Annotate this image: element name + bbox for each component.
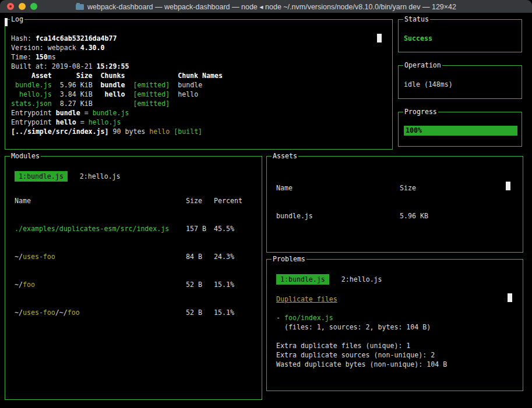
module-percent: 15.1% (214, 308, 252, 317)
modules-table-row: ~/uses-foo/~/foo 52 B 15.1% (15, 308, 252, 317)
problems-scrollbar-thumb[interactable] (508, 293, 512, 302)
zoom-button[interactable] (30, 3, 37, 10)
traffic-lights (7, 0, 37, 13)
problems-panel: Problems 1:bundle.js 2:hello.js Duplicat… (266, 259, 523, 391)
status-panel: Status Success (398, 19, 522, 52)
problems-details: - foo/index.js (files: 1, sources: 2, by… (276, 313, 513, 369)
module-percent: 45.5% (214, 224, 252, 233)
modules-header-size: Size (186, 196, 214, 205)
problems-tabs: 1:bundle.js 2:hello.js (276, 274, 513, 285)
module-name: ~/foo (15, 280, 186, 289)
progress-panel: Progress 100% (398, 112, 522, 147)
assets-header-size: Size (400, 183, 513, 193)
modules-panel: Modules 1:bundle.js 2:hello.js Name Size… (5, 156, 262, 400)
operation-value: idle (148ms) (404, 80, 522, 89)
progress-bar: 100% (404, 126, 517, 136)
module-size: 52 B (186, 280, 214, 289)
assets-scrollbar-thumb[interactable] (506, 182, 510, 190)
log-panel-title: Log (10, 15, 24, 24)
module-size: 52 B (186, 308, 214, 317)
modules-table-row: ./examples/duplicates-esm/src/index.js 1… (15, 224, 252, 233)
assets-header-name: Name (276, 183, 400, 193)
title-area: webpack-dashboard — webpack-dashboard — … (0, 2, 532, 11)
operation-panel-title: Operation (403, 61, 442, 70)
asset-name: bundle.js (276, 211, 400, 221)
minimize-button[interactable] (19, 3, 26, 10)
modules-tab-hello[interactable]: 2:hello.js (76, 171, 125, 182)
log-line: Entrypoint hello = hello.js (11, 118, 392, 127)
problems-tab-bundle[interactable]: 1:bundle.js (276, 274, 329, 285)
titlebar[interactable]: webpack-dashboard — webpack-dashboard — … (0, 0, 532, 13)
log-asset-row: hello.js 3.84 KiB hello [emitted] hello (11, 90, 392, 99)
modules-table-row: ~/foo 52 B 15.1% (15, 280, 252, 289)
asset-size: 5.96 KB (400, 211, 513, 221)
operation-panel: Operation idle (148ms) (398, 65, 522, 99)
log-asset-row: bundle.js 5.96 KiB bundle [emitted] bund… (11, 80, 392, 90)
terminal-window: webpack-dashboard — webpack-dashboard — … (0, 0, 532, 408)
modules-header-percent: Percent (214, 196, 252, 205)
log-line: Time: 150ms (11, 52, 392, 62)
modules-table-row: ~/uses-foo 84 B 24.3% (15, 252, 252, 261)
problems-tab-hello[interactable]: 2:hello.js (337, 274, 386, 285)
modules-header-name: Name (15, 196, 186, 205)
log-panel: Log Hash: fca14c6ab53216da4b77 Version: … (5, 19, 393, 150)
module-size: 157 B (186, 224, 214, 233)
modules-panel-title: Modules (10, 151, 41, 161)
terminal-content: Log Hash: fca14c6ab53216da4b77 Version: … (0, 13, 532, 408)
modules-tabs: 1:bundle.js 2:hello.js (15, 171, 252, 182)
problems-line: Wasted duplicate bytes (non-unique): 104… (276, 360, 513, 369)
progress-label: 100% (406, 126, 422, 134)
problems-panel-title: Problems (272, 254, 306, 264)
module-name: ~/uses-foo/~/foo (15, 308, 186, 317)
window-title: webpack-dashboard — webpack-dashboard — … (87, 2, 456, 11)
duplicate-files-heading: Duplicate files (276, 295, 337, 304)
module-name: ./examples/duplicates-esm/src/index.js (15, 224, 186, 233)
status-panel-title: Status (403, 15, 430, 24)
log-line: Version: webpack 4.30.0 (11, 43, 392, 52)
assets-panel-title: Assets (272, 151, 298, 161)
log-table-header: Asset Size Chunks Chunk Names (11, 71, 392, 80)
folder-icon (76, 4, 84, 10)
problems-line: Extra duplicate files (unique): 1 (276, 341, 513, 350)
progress-panel-title: Progress (403, 107, 438, 116)
log-line: Hash: fca14c6ab53216da4b77 (11, 34, 392, 43)
assets-panel: Assets Name Size bundle.js 5.96 KB (266, 156, 523, 253)
problems-line: Extra duplicate sources (non-unique): 2 (276, 350, 513, 360)
log-line: [../simple/src/index.js] 90 bytes hello … (11, 127, 392, 136)
modules-tab-bundle[interactable]: 1:bundle.js (15, 171, 68, 182)
log-asset-row: stats.json 8.27 KiB [emitted] (11, 99, 392, 108)
problems-line (276, 332, 513, 341)
close-button[interactable] (7, 3, 14, 10)
log-scrollbar-thumb[interactable] (377, 34, 382, 42)
terminal-cursor (5, 18, 8, 26)
module-percent: 24.3% (214, 252, 252, 261)
module-size: 84 B (186, 252, 214, 261)
log-line: Built at: 2019-08-21 15:29:55 (11, 62, 392, 71)
log-line: Entrypoint bundle = bundle.js (11, 108, 392, 118)
assets-table-header: Name Size (276, 183, 513, 193)
module-percent: 15.1% (214, 280, 252, 289)
assets-table-row: bundle.js 5.96 KB (276, 211, 513, 221)
module-name: ~/uses-foo (15, 252, 186, 261)
problems-line: - foo/index.js (276, 313, 513, 322)
status-value: Success (404, 34, 522, 43)
modules-table-header: Name Size Percent (15, 196, 252, 205)
problems-line: (files: 1, sources: 2, bytes: 104 B) (276, 322, 513, 332)
